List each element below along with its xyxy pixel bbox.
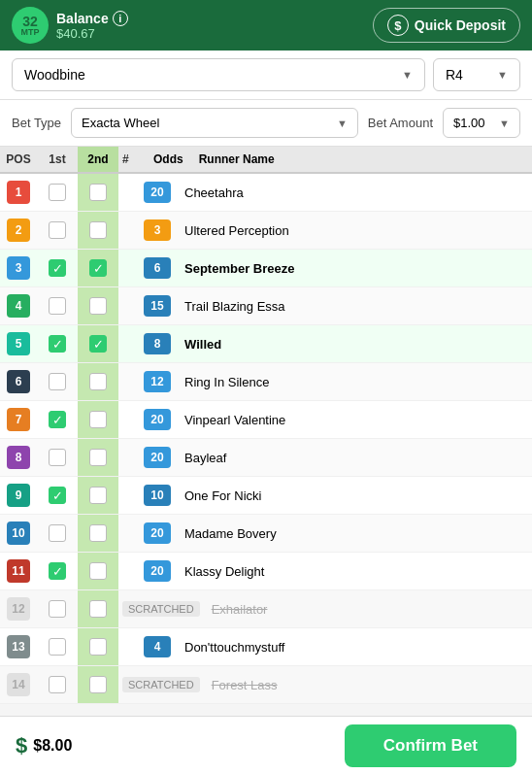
runner-name-cell: One For Nicki [177, 485, 532, 507]
runner-name: Forest Lass [212, 678, 278, 692]
first-checkbox[interactable] [49, 449, 66, 466]
runner-name: September Breeze [184, 261, 294, 276]
first-checkbox[interactable] [49, 638, 66, 656]
first-checkbox-cell[interactable] [37, 638, 78, 656]
quick-deposit-icon: $ [387, 15, 409, 36]
second-checkbox[interactable] [89, 676, 107, 693]
second-checkbox-cell[interactable]: ✓ [78, 325, 118, 362]
table-row: 612Ring In Silence [0, 363, 532, 401]
odds-cell: 8 [118, 333, 177, 354]
second-checkbox[interactable] [89, 221, 107, 239]
second-checkbox[interactable] [89, 638, 107, 656]
table-body: 120Cheetahra23Ultered Perception3✓✓6Sept… [0, 174, 532, 704]
race-selector[interactable]: R4 ▼ [433, 58, 520, 91]
bet-amount-selector[interactable]: $1.00 ▼ [443, 108, 520, 138]
second-checkbox[interactable] [89, 373, 107, 390]
first-checkbox-cell[interactable] [37, 184, 78, 201]
runner-name: Cheetahra [184, 185, 244, 200]
first-checkbox-cell[interactable]: ✓ [37, 411, 78, 428]
first-checkbox-cell[interactable] [37, 221, 78, 239]
table-row: 9✓10One For Nicki [0, 477, 532, 515]
pos-cell: 13 [0, 631, 37, 662]
first-checkbox[interactable] [49, 373, 66, 390]
first-checkbox-cell[interactable]: ✓ [37, 487, 78, 504]
odds-badge: 12 [144, 371, 171, 392]
second-checkbox[interactable] [89, 487, 107, 504]
odds-badge: 8 [144, 333, 171, 354]
mtp-value: 32 [22, 15, 38, 28]
first-checkbox[interactable] [49, 524, 66, 542]
bet-type-value: Exacta Wheel [82, 116, 159, 130]
first-checkbox-cell[interactable] [37, 373, 78, 390]
first-checkbox-cell[interactable]: ✓ [37, 562, 78, 580]
track-selector[interactable]: Woodbine ▼ [12, 58, 425, 91]
track-race-controls: Woodbine ▼ R4 ▼ [0, 50, 532, 100]
second-checkbox-cell[interactable] [78, 439, 118, 476]
runner-name-cell: Forest Lass [204, 674, 532, 696]
second-checkbox-cell[interactable] [78, 363, 118, 400]
second-checkbox-cell[interactable] [78, 553, 118, 589]
second-checkbox-cell[interactable]: ✓ [78, 250, 118, 286]
pos-badge: 4 [7, 294, 30, 318]
second-checkbox-cell[interactable] [78, 628, 118, 665]
first-checkbox[interactable]: ✓ [49, 562, 66, 580]
pos-cell: 8 [0, 442, 37, 473]
runner-name: Ultered Perception [184, 223, 289, 238]
first-checkbox[interactable]: ✓ [49, 411, 66, 428]
second-checkbox-cell[interactable] [78, 666, 118, 703]
second-checkbox[interactable] [89, 297, 107, 315]
second-checkbox-cell[interactable] [78, 515, 118, 552]
odds-cell: 20 [118, 447, 177, 468]
second-checkbox-cell[interactable] [78, 212, 118, 249]
table-row: 7✓20Vinpearl Valentine [0, 401, 532, 439]
runner-name-cell: Madame Bovery [177, 522, 532, 545]
second-checkbox-cell[interactable] [78, 477, 118, 514]
first-checkbox[interactable]: ✓ [49, 335, 66, 353]
second-checkbox[interactable] [89, 600, 107, 618]
second-checkbox-cell[interactable] [78, 401, 118, 438]
confirm-bet-button[interactable]: Confirm Bet [345, 724, 516, 767]
pos-cell: 11 [0, 555, 37, 587]
odds-cell: 20 [118, 522, 177, 544]
first-checkbox[interactable] [49, 184, 66, 201]
second-checkbox[interactable] [89, 524, 107, 542]
second-checkbox[interactable] [89, 449, 107, 466]
first-checkbox-cell[interactable] [37, 600, 78, 618]
balance-amount: $40.67 [56, 26, 128, 41]
second-checkbox[interactable] [89, 562, 107, 580]
odds-badge: 10 [144, 485, 171, 506]
second-checkbox[interactable]: ✓ [89, 259, 107, 277]
first-checkbox-cell[interactable] [37, 297, 78, 315]
bet-type-selector[interactable]: Exacta Wheel ▼ [71, 108, 358, 138]
second-checkbox[interactable] [89, 411, 107, 428]
first-checkbox[interactable] [49, 600, 66, 618]
first-checkbox[interactable] [49, 221, 66, 239]
table-row: 120Cheetahra [0, 174, 532, 212]
first-checkbox-cell[interactable] [37, 524, 78, 542]
first-checkbox-cell[interactable]: ✓ [37, 259, 78, 277]
first-checkbox-cell[interactable]: ✓ [37, 335, 78, 353]
second-checkbox-cell[interactable] [78, 174, 118, 211]
table-row: 3✓✓6September Breeze [0, 250, 532, 287]
first-checkbox[interactable]: ✓ [49, 259, 66, 277]
quick-deposit-button[interactable]: $ Quick Deposit [373, 8, 520, 43]
second-checkbox[interactable] [89, 184, 107, 201]
first-checkbox[interactable] [49, 297, 66, 315]
second-checkbox[interactable]: ✓ [89, 335, 107, 353]
second-checkbox-cell[interactable] [78, 590, 118, 627]
runner-name: Madame Bovery [184, 526, 277, 541]
app-header: 32 MTP Balance i $40.67 $ Quick Deposit [0, 0, 532, 50]
first-checkbox[interactable]: ✓ [49, 487, 66, 504]
pos-badge: 2 [7, 219, 30, 242]
first-checkbox-cell[interactable] [37, 449, 78, 466]
second-checkbox-cell[interactable] [78, 287, 118, 324]
first-checkbox-cell[interactable] [37, 676, 78, 693]
odds-badge: 20 [144, 182, 171, 203]
pos-cell: 9 [0, 480, 37, 511]
first-checkbox[interactable] [49, 676, 66, 693]
pos-cell: 4 [0, 290, 37, 321]
runner-name: Bayleaf [184, 451, 226, 465]
odds-cell: 20 [118, 409, 177, 430]
runner-name: Vinpearl Valentine [184, 413, 285, 427]
balance-info-icon[interactable]: i [113, 11, 128, 26]
